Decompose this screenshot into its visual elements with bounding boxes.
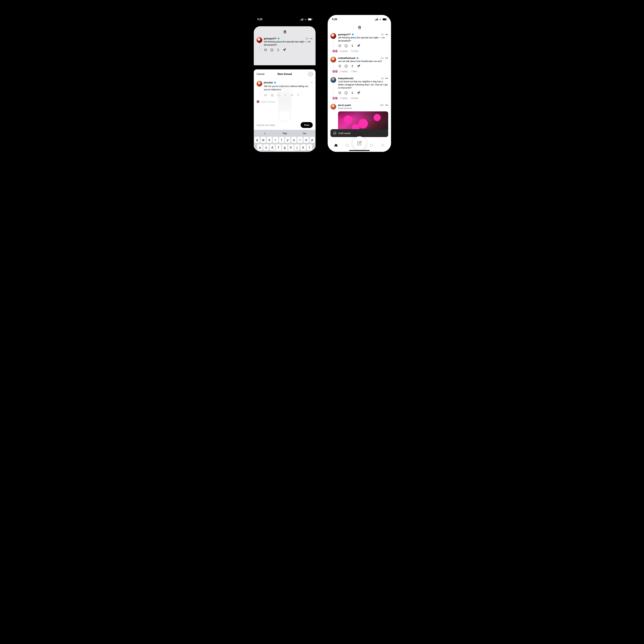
add-thread-avatar (257, 100, 259, 103)
replies-count[interactable]: 2 replies · 36 likes (340, 97, 358, 99)
tab-activity-icon[interactable] (369, 143, 374, 147)
post-text: still thinking about the episode last ni… (338, 36, 388, 42)
feed-post[interactable]: hidayathere222d•••I just found out that … (328, 75, 391, 102)
home-indicator[interactable] (349, 150, 370, 151)
key-t[interactable]: t (279, 137, 284, 143)
verified-badge-icon (356, 57, 359, 59)
key-o[interactable]: o (303, 137, 309, 143)
key-h[interactable]: h (288, 144, 294, 150)
phone-feed-view: 5:26 gwangurl772h•••still thinking about… (328, 15, 391, 152)
compose-icon (356, 140, 363, 146)
avatar[interactable] (330, 77, 336, 83)
key-k[interactable]: k (300, 144, 306, 150)
cancel-button[interactable]: Cancel (257, 73, 264, 75)
like-icon[interactable] (338, 91, 341, 95)
like-icon[interactable] (338, 44, 341, 47)
key-e[interactable]: e (267, 137, 272, 143)
swipe-indicator[interactable] (278, 82, 291, 123)
post-text: can we talk about how heartbroken we are… (338, 60, 388, 63)
attach-poll-icon[interactable] (297, 93, 300, 97)
clear-text-button[interactable]: × (311, 81, 313, 84)
key-s[interactable]: s (263, 144, 269, 150)
key-w[interactable]: w (261, 137, 266, 143)
home-indicator[interactable] (275, 150, 295, 151)
key-j[interactable]: j (294, 144, 300, 150)
post-username[interactable]: endoatthebeach (338, 57, 355, 59)
post-more-button[interactable]: ••• (385, 33, 388, 36)
replies-count[interactable]: 2 replies · 7 likes (340, 70, 357, 73)
tab-compose-button[interactable] (353, 136, 366, 150)
key-d[interactable]: d (270, 144, 275, 150)
tab-home-icon[interactable] (334, 143, 338, 147)
sheet-more-button[interactable] (308, 72, 313, 76)
share-icon[interactable] (357, 91, 360, 95)
key-y[interactable]: y (285, 137, 290, 143)
wifi-icon (379, 18, 382, 21)
thread-line (259, 87, 260, 98)
post-image[interactable] (338, 111, 388, 132)
status-time: 5:26 (332, 18, 337, 21)
key-g[interactable]: g (282, 144, 287, 150)
key-u[interactable]: u (291, 137, 297, 143)
share-icon[interactable] (357, 44, 360, 47)
feed[interactable]: gwangurl772h•••still thinking about the … (328, 23, 391, 134)
avatar[interactable] (330, 57, 336, 62)
keyboard[interactable]: I The I'm qwertyuiop asdfghjkl (254, 130, 316, 152)
share-icon[interactable] (283, 48, 286, 52)
status-time: 5:26 (257, 18, 262, 21)
post-more-button[interactable]: ••• (385, 77, 388, 80)
post-more-button[interactable]: ••• (385, 57, 388, 59)
comment-icon[interactable] (344, 44, 348, 47)
post-username[interactable]: hidayathere22 (338, 77, 353, 80)
attach-camera-icon[interactable] (270, 93, 274, 97)
kb-suggestion[interactable]: The (275, 132, 294, 135)
replies-count[interactable]: 4 replies · 12 likes (340, 50, 358, 52)
key-i[interactable]: i (297, 137, 303, 143)
post-time: 2h (306, 37, 308, 40)
tab-search-icon[interactable] (345, 143, 349, 147)
key-f[interactable]: f (276, 144, 281, 150)
avatar[interactable] (330, 33, 336, 39)
key-r[interactable]: r (273, 137, 278, 143)
feed-post[interactable]: endoatthebeach1m•••can we talk about how… (328, 55, 391, 75)
key-q[interactable]: q (254, 137, 260, 143)
composer-avatar (257, 81, 262, 86)
battery-icon (308, 18, 312, 20)
repost-icon[interactable] (351, 44, 354, 47)
post-button[interactable]: Post (301, 122, 313, 128)
avatar[interactable] (330, 104, 336, 109)
repost-icon[interactable] (351, 91, 354, 95)
verified-badge-icon (274, 81, 276, 84)
comment-icon[interactable] (344, 91, 348, 95)
add-thread-placeholder[interactable]: Add to thread (261, 100, 275, 103)
verified-badge-icon (278, 37, 280, 40)
reply-scope-button[interactable]: Anyone can reply (257, 124, 275, 126)
tab-profile-icon[interactable] (381, 143, 385, 147)
feed-post[interactable]: gwangurl772h•••still thinking about the … (328, 32, 391, 55)
key-l[interactable]: l (307, 144, 312, 150)
kb-suggestion[interactable]: I (255, 132, 275, 135)
key-a[interactable]: a (257, 144, 263, 150)
post-username[interactable]: gwangurl77 (264, 37, 277, 40)
key-p[interactable]: p (310, 137, 315, 143)
repost-icon[interactable] (351, 64, 354, 68)
post-username[interactable]: pia.in.a.pod (338, 104, 351, 106)
post-text: 👀👀👀👀👀 (338, 107, 388, 110)
kb-suggestion[interactable]: I'm (294, 132, 314, 135)
comment-icon[interactable] (344, 64, 348, 68)
post-text: I just found out that my neighbor's dog … (338, 80, 388, 89)
post-username[interactable]: gwangurl77 (338, 33, 351, 36)
avatar[interactable] (257, 37, 262, 43)
attach-image-icon[interactable] (264, 93, 267, 97)
post-time: 10h (380, 104, 383, 106)
threads-logo[interactable] (328, 25, 391, 29)
comment-icon[interactable] (270, 48, 274, 52)
wifi-icon (304, 18, 307, 21)
like-icon[interactable] (264, 48, 267, 52)
post-time: 1m (380, 57, 383, 59)
post-more-button[interactable]: ••• (385, 104, 388, 106)
like-icon[interactable] (338, 64, 341, 68)
post-more-button[interactable]: ••• (310, 37, 313, 40)
share-icon[interactable] (357, 64, 360, 68)
repost-icon[interactable] (276, 48, 280, 52)
